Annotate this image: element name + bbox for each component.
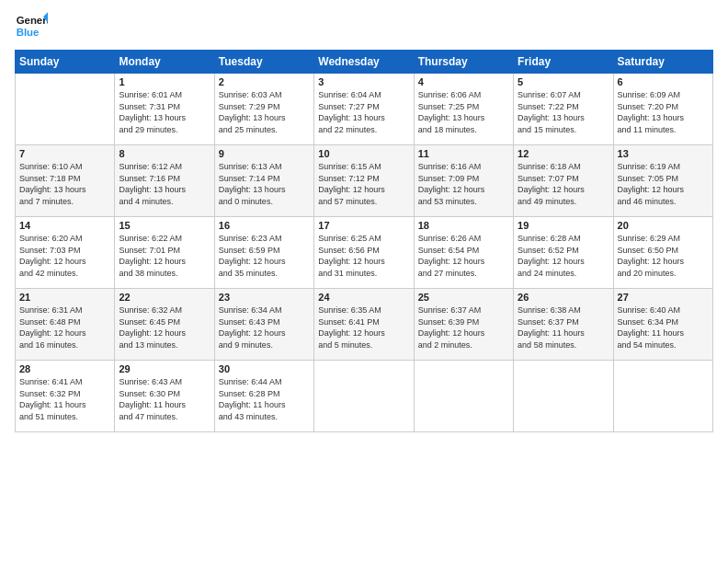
day-number: 24 — [318, 292, 409, 303]
day-number: 13 — [618, 148, 709, 159]
day-info: Sunrise: 6:31 AMSunset: 6:48 PMDaylight:… — [19, 304, 110, 350]
calendar-cell: 3Sunrise: 6:04 AMSunset: 7:27 PMDaylight… — [314, 74, 414, 145]
day-info: Sunrise: 6:35 AMSunset: 6:41 PMDaylight:… — [318, 304, 409, 350]
svg-text:General: General — [17, 15, 48, 26]
day-number: 25 — [418, 292, 509, 303]
calendar-cell: 26Sunrise: 6:38 AMSunset: 6:37 PMDayligh… — [514, 289, 613, 361]
calendar-cell: 28Sunrise: 6:41 AMSunset: 6:32 PMDayligh… — [16, 361, 115, 432]
calendar-header-row: SundayMondayTuesdayWednesdayThursdayFrid… — [16, 51, 713, 74]
day-number: 8 — [119, 148, 210, 159]
column-header-tuesday: Tuesday — [214, 51, 313, 74]
day-info: Sunrise: 6:37 AMSunset: 6:39 PMDaylight:… — [418, 304, 509, 350]
calendar-cell: 2Sunrise: 6:03 AMSunset: 7:29 PMDaylight… — [214, 74, 313, 145]
calendar-cell: 16Sunrise: 6:23 AMSunset: 6:59 PMDayligh… — [214, 217, 313, 289]
day-info: Sunrise: 6:19 AMSunset: 7:05 PMDaylight:… — [618, 161, 709, 207]
column-header-friday: Friday — [514, 51, 613, 74]
day-info: Sunrise: 6:28 AMSunset: 6:52 PMDaylight:… — [518, 233, 609, 279]
week-row-1: 1Sunrise: 6:01 AMSunset: 7:31 PMDaylight… — [16, 74, 713, 145]
day-number: 28 — [19, 363, 110, 374]
calendar-cell: 15Sunrise: 6:22 AMSunset: 7:01 PMDayligh… — [115, 217, 214, 289]
calendar-cell: 9Sunrise: 6:13 AMSunset: 7:14 PMDaylight… — [214, 145, 313, 217]
day-info: Sunrise: 6:32 AMSunset: 6:45 PMDaylight:… — [119, 304, 210, 350]
day-info: Sunrise: 6:43 AMSunset: 6:30 PMDaylight:… — [119, 376, 210, 422]
day-info: Sunrise: 6:01 AMSunset: 7:31 PMDaylight:… — [119, 89, 210, 135]
day-info: Sunrise: 6:20 AMSunset: 7:03 PMDaylight:… — [19, 233, 110, 279]
day-number: 20 — [618, 220, 709, 231]
logo-icon: General Blue — [15, 9, 48, 42]
day-info: Sunrise: 6:29 AMSunset: 6:50 PMDaylight:… — [618, 233, 709, 279]
day-number: 14 — [19, 220, 110, 231]
day-info: Sunrise: 6:03 AMSunset: 7:29 PMDaylight:… — [219, 89, 310, 135]
day-info: Sunrise: 6:04 AMSunset: 7:27 PMDaylight:… — [318, 89, 409, 135]
calendar-cell: 11Sunrise: 6:16 AMSunset: 7:09 PMDayligh… — [414, 145, 513, 217]
calendar-cell: 8Sunrise: 6:12 AMSunset: 7:16 PMDaylight… — [115, 145, 214, 217]
day-number: 15 — [119, 220, 210, 231]
day-number: 23 — [219, 292, 310, 303]
day-info: Sunrise: 6:44 AMSunset: 6:28 PMDaylight:… — [219, 376, 310, 422]
calendar-cell: 29Sunrise: 6:43 AMSunset: 6:30 PMDayligh… — [115, 361, 214, 432]
day-number: 29 — [119, 363, 210, 374]
day-info: Sunrise: 6:09 AMSunset: 7:20 PMDaylight:… — [618, 89, 709, 135]
week-row-2: 7Sunrise: 6:10 AMSunset: 7:18 PMDaylight… — [16, 145, 713, 217]
day-number: 21 — [19, 292, 110, 303]
day-number: 4 — [418, 76, 509, 87]
column-header-thursday: Thursday — [414, 51, 513, 74]
calendar-cell — [414, 361, 513, 432]
calendar-cell: 30Sunrise: 6:44 AMSunset: 6:28 PMDayligh… — [214, 361, 313, 432]
day-info: Sunrise: 6:23 AMSunset: 6:59 PMDaylight:… — [219, 233, 310, 279]
day-number: 16 — [219, 220, 310, 231]
day-number: 2 — [219, 76, 310, 87]
calendar-cell: 4Sunrise: 6:06 AMSunset: 7:25 PMDaylight… — [414, 74, 513, 145]
calendar-cell — [514, 361, 613, 432]
calendar-table: SundayMondayTuesdayWednesdayThursdayFrid… — [15, 50, 713, 432]
calendar-cell: 19Sunrise: 6:28 AMSunset: 6:52 PMDayligh… — [514, 217, 613, 289]
week-row-5: 28Sunrise: 6:41 AMSunset: 6:32 PMDayligh… — [16, 361, 713, 432]
calendar-cell: 1Sunrise: 6:01 AMSunset: 7:31 PMDaylight… — [115, 74, 214, 145]
calendar-cell: 27Sunrise: 6:40 AMSunset: 6:34 PMDayligh… — [613, 289, 712, 361]
day-info: Sunrise: 6:38 AMSunset: 6:37 PMDaylight:… — [518, 304, 609, 350]
calendar-cell: 13Sunrise: 6:19 AMSunset: 7:05 PMDayligh… — [613, 145, 712, 217]
column-header-saturday: Saturday — [613, 51, 712, 74]
calendar-cell: 12Sunrise: 6:18 AMSunset: 7:07 PMDayligh… — [514, 145, 613, 217]
calendar-cell: 5Sunrise: 6:07 AMSunset: 7:22 PMDaylight… — [514, 74, 613, 145]
calendar-cell: 21Sunrise: 6:31 AMSunset: 6:48 PMDayligh… — [16, 289, 115, 361]
day-number: 1 — [119, 76, 210, 87]
logo: General Blue — [15, 9, 48, 42]
day-number: 22 — [119, 292, 210, 303]
day-info: Sunrise: 6:06 AMSunset: 7:25 PMDaylight:… — [418, 89, 509, 135]
svg-text:Blue: Blue — [17, 27, 40, 38]
day-info: Sunrise: 6:15 AMSunset: 7:12 PMDaylight:… — [318, 161, 409, 207]
day-info: Sunrise: 6:18 AMSunset: 7:07 PMDaylight:… — [518, 161, 609, 207]
day-number: 19 — [518, 220, 609, 231]
calendar-cell: 20Sunrise: 6:29 AMSunset: 6:50 PMDayligh… — [613, 217, 712, 289]
main-container: General Blue SundayMondayTuesdayWednesda… — [0, 0, 728, 442]
day-info: Sunrise: 6:07 AMSunset: 7:22 PMDaylight:… — [518, 89, 609, 135]
calendar-cell: 23Sunrise: 6:34 AMSunset: 6:43 PMDayligh… — [214, 289, 313, 361]
day-number: 3 — [318, 76, 409, 87]
day-number: 6 — [618, 76, 709, 87]
column-header-monday: Monday — [115, 51, 214, 74]
week-row-3: 14Sunrise: 6:20 AMSunset: 7:03 PMDayligh… — [16, 217, 713, 289]
calendar-cell — [314, 361, 414, 432]
day-number: 30 — [219, 363, 310, 374]
calendar-cell: 17Sunrise: 6:25 AMSunset: 6:56 PMDayligh… — [314, 217, 414, 289]
day-info: Sunrise: 6:13 AMSunset: 7:14 PMDaylight:… — [219, 161, 310, 207]
calendar-cell: 22Sunrise: 6:32 AMSunset: 6:45 PMDayligh… — [115, 289, 214, 361]
calendar-cell: 14Sunrise: 6:20 AMSunset: 7:03 PMDayligh… — [16, 217, 115, 289]
column-header-sunday: Sunday — [16, 51, 115, 74]
day-info: Sunrise: 6:41 AMSunset: 6:32 PMDaylight:… — [19, 376, 110, 422]
day-number: 17 — [318, 220, 409, 231]
day-number: 12 — [518, 148, 609, 159]
calendar-cell — [613, 361, 712, 432]
calendar-cell: 7Sunrise: 6:10 AMSunset: 7:18 PMDaylight… — [16, 145, 115, 217]
calendar-cell: 25Sunrise: 6:37 AMSunset: 6:39 PMDayligh… — [414, 289, 513, 361]
calendar-cell: 18Sunrise: 6:26 AMSunset: 6:54 PMDayligh… — [414, 217, 513, 289]
calendar-cell: 6Sunrise: 6:09 AMSunset: 7:20 PMDaylight… — [613, 74, 712, 145]
calendar-cell: 10Sunrise: 6:15 AMSunset: 7:12 PMDayligh… — [314, 145, 414, 217]
day-info: Sunrise: 6:34 AMSunset: 6:43 PMDaylight:… — [219, 304, 310, 350]
day-number: 7 — [19, 148, 110, 159]
page-header: General Blue — [15, 9, 713, 42]
day-info: Sunrise: 6:22 AMSunset: 7:01 PMDaylight:… — [119, 233, 210, 279]
day-info: Sunrise: 6:16 AMSunset: 7:09 PMDaylight:… — [418, 161, 509, 207]
day-number: 9 — [219, 148, 310, 159]
